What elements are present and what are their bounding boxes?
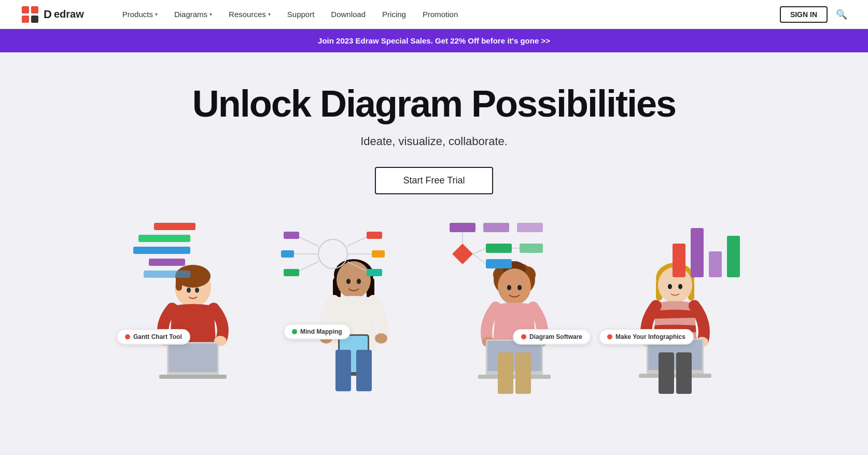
nav-products[interactable]: Products ▾ <box>115 6 165 23</box>
svg-rect-71 <box>709 251 722 277</box>
svg-point-78 <box>678 284 682 289</box>
mindmap-badge: Mind Mapping <box>284 324 351 339</box>
svg-rect-8 <box>144 271 190 278</box>
svg-rect-53 <box>520 244 543 253</box>
svg-rect-69 <box>673 244 685 277</box>
hero-illustrations: Gantt Chart Tool <box>10 215 858 402</box>
svg-point-18 <box>195 288 199 293</box>
svg-rect-85 <box>676 352 692 394</box>
svg-point-19 <box>318 239 347 268</box>
svg-rect-16 <box>159 375 227 379</box>
nav-download[interactable]: Download <box>324 6 373 23</box>
svg-rect-45 <box>483 223 509 232</box>
edraw-d-icon: D <box>44 8 52 21</box>
infographic-badge-dot <box>607 334 612 339</box>
svg-rect-65 <box>487 341 541 371</box>
svg-rect-42 <box>335 350 351 391</box>
svg-rect-5 <box>138 235 190 242</box>
infographic-badge: Make Your Infographics <box>599 329 694 345</box>
search-button[interactable]: 🔍 <box>836 9 847 20</box>
sign-in-button[interactable]: SIGN IN <box>780 6 828 23</box>
svg-rect-2 <box>22 16 29 23</box>
svg-rect-30 <box>372 250 385 258</box>
diagram-badge-dot <box>521 334 526 339</box>
wondershare-logo <box>21 5 39 24</box>
nav-right: SIGN IN 🔍 <box>780 6 847 23</box>
svg-line-23 <box>347 236 369 246</box>
nav-diagrams[interactable]: Diagrams ▾ <box>167 6 219 23</box>
mindmap-badge-dot <box>292 329 297 334</box>
svg-rect-31 <box>367 269 382 276</box>
svg-rect-26 <box>284 232 299 239</box>
hero-section: Unlock Diagram Possibilities Ideate, vis… <box>0 52 868 455</box>
svg-rect-46 <box>517 223 543 232</box>
svg-rect-84 <box>659 352 674 394</box>
edraw-logo: D edraw <box>44 8 84 21</box>
illustration-gantt: Gantt Chart Tool <box>113 215 273 402</box>
svg-marker-48 <box>452 244 473 264</box>
diagrams-chevron-icon: ▾ <box>209 11 212 17</box>
promo-text: Join 2023 Edraw Special Sales. Get 22% O… <box>318 36 550 45</box>
resources-chevron-icon: ▾ <box>268 11 271 17</box>
svg-rect-44 <box>450 223 475 232</box>
hero-subtitle: Ideate, visualize, collaborate. <box>10 135 858 148</box>
nav-resources[interactable]: Resources ▾ <box>221 6 278 23</box>
svg-rect-70 <box>691 228 704 277</box>
svg-rect-7 <box>149 259 185 266</box>
nav-promotion[interactable]: Promotion <box>415 6 465 23</box>
nav-support[interactable]: Support <box>280 6 322 23</box>
svg-point-61 <box>517 285 522 290</box>
logo[interactable]: D edraw <box>21 5 84 24</box>
nav-links: Products ▾ Diagrams ▾ Resources ▾ Suppor… <box>115 6 780 23</box>
svg-rect-1 <box>31 6 38 13</box>
products-chevron-icon: ▾ <box>155 11 158 17</box>
svg-rect-50 <box>486 259 512 268</box>
illustration-infographic: Make Your Infographics <box>595 215 755 402</box>
svg-rect-6 <box>133 247 190 254</box>
infographic-badge-label: Make Your Infographics <box>615 333 685 340</box>
illustration-mindmap: Mind Mapping <box>273 215 434 402</box>
svg-rect-67 <box>498 352 513 394</box>
svg-rect-83 <box>639 374 711 378</box>
svg-rect-68 <box>515 352 531 394</box>
edraw-text: edraw <box>54 8 84 20</box>
svg-point-17 <box>187 288 191 293</box>
svg-rect-66 <box>478 375 551 379</box>
barchart-diagram <box>667 223 750 280</box>
svg-rect-49 <box>486 244 512 253</box>
diagram-badge: Diagram Software <box>513 329 591 345</box>
promo-banner[interactable]: Join 2023 Edraw Special Sales. Get 22% O… <box>0 29 868 52</box>
search-icon: 🔍 <box>836 9 847 20</box>
navbar: D edraw Products ▾ Diagrams ▾ Resources … <box>0 0 868 29</box>
gantt-badge: Gantt Chart Tool <box>117 329 190 345</box>
svg-rect-0 <box>22 6 29 13</box>
svg-line-20 <box>297 236 318 246</box>
svg-rect-29 <box>367 232 382 239</box>
svg-rect-43 <box>356 350 372 391</box>
svg-point-39 <box>375 333 387 344</box>
svg-rect-27 <box>281 250 294 258</box>
svg-point-60 <box>507 285 511 290</box>
svg-rect-4 <box>154 223 195 230</box>
mindmap-badge-label: Mind Mapping <box>300 328 342 335</box>
gantt-badge-label: Gantt Chart Tool <box>133 333 182 340</box>
gantt-badge-dot <box>125 334 130 339</box>
svg-rect-28 <box>284 269 299 276</box>
gantt-diagram <box>123 220 216 282</box>
svg-line-22 <box>297 262 318 272</box>
diagram-badge-label: Diagram Software <box>529 333 582 340</box>
mindmap-diagram <box>281 220 385 288</box>
illustration-diagram: Diagram Software <box>434 215 595 402</box>
flowchart-diagram <box>444 220 543 282</box>
svg-point-77 <box>668 284 672 289</box>
svg-rect-15 <box>169 344 217 372</box>
svg-rect-3 <box>31 16 38 23</box>
svg-line-25 <box>347 262 369 272</box>
start-free-trial-button[interactable]: Start Free Trial <box>375 167 493 194</box>
hero-title: Unlock Diagram Possibilities <box>10 83 858 124</box>
svg-line-51 <box>473 248 486 254</box>
nav-pricing[interactable]: Pricing <box>375 6 413 23</box>
svg-rect-72 <box>727 236 740 277</box>
svg-line-52 <box>473 254 486 264</box>
